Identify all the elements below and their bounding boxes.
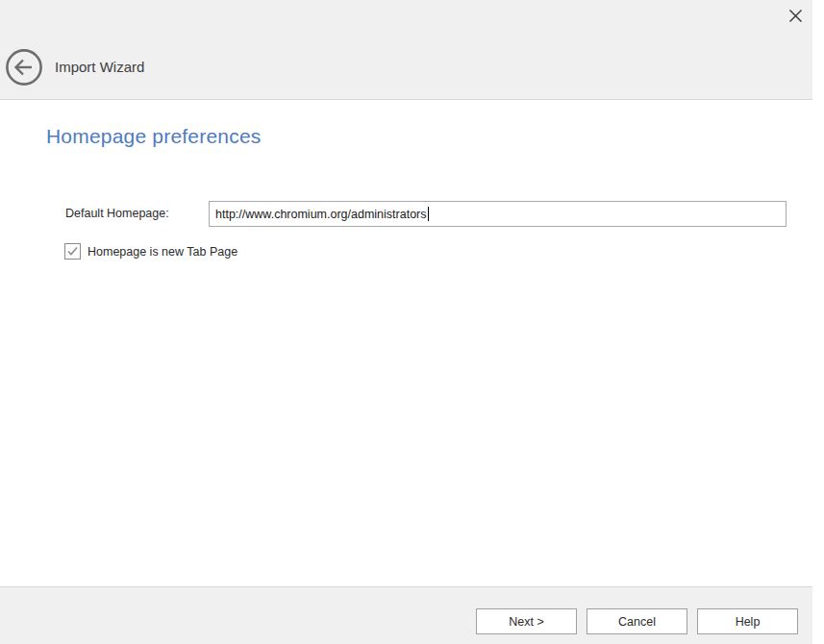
- back-icon: [5, 48, 43, 87]
- back-button[interactable]: [5, 48, 43, 87]
- dialog-footer: Next > Cancel Help: [0, 586, 812, 644]
- dialog-header: Import Wizard: [0, 0, 812, 100]
- next-button[interactable]: Next >: [476, 608, 577, 634]
- close-button[interactable]: [786, 6, 805, 25]
- help-button[interactable]: Help: [697, 608, 798, 634]
- checkmark-icon: [66, 245, 79, 258]
- new-tab-checkbox-label: Homepage is new Tab Page: [87, 245, 237, 259]
- default-homepage-input[interactable]: http://www.chromium.org/administrators: [209, 201, 787, 227]
- text-caret: [428, 207, 429, 221]
- new-tab-checkbox[interactable]: [64, 243, 81, 260]
- page-title: Homepage preferences: [46, 125, 261, 148]
- screenshot-canvas: Import Wizard Homepage preferences Defau…: [0, 0, 824, 644]
- window-title: Import Wizard: [55, 59, 144, 76]
- import-wizard-dialog: Import Wizard Homepage preferences Defau…: [0, 0, 812, 644]
- default-homepage-label: Default Homepage:: [65, 207, 169, 220]
- close-icon: [788, 9, 803, 23]
- default-homepage-value: http://www.chromium.org/administrators: [215, 208, 427, 221]
- cancel-button[interactable]: Cancel: [587, 608, 687, 634]
